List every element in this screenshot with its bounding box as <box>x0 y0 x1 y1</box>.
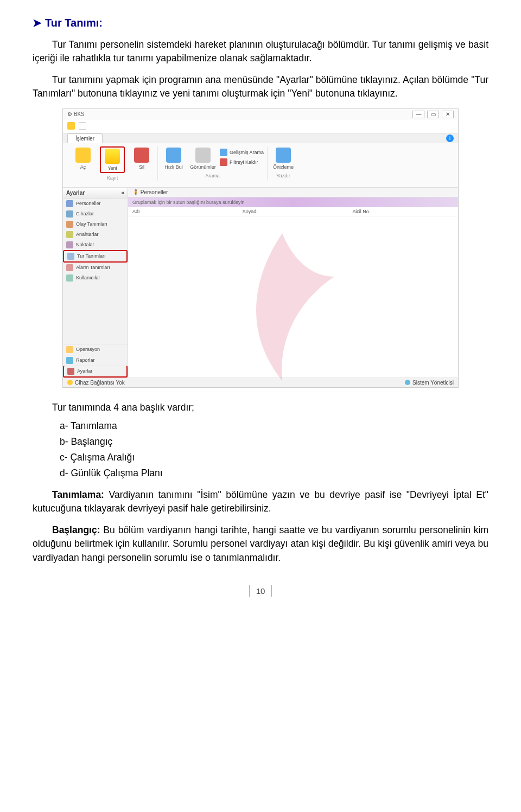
column-headers[interactable]: Adı Soyadı Sicil No. <box>128 207 458 216</box>
status-connection: Cihaz Bağlantısı Yok <box>67 380 125 386</box>
preview-icon <box>276 148 291 163</box>
page-number: 10 <box>33 586 488 596</box>
tour-icon <box>67 253 74 260</box>
tanimlama-paragraph: Tanımlama: Vardiyanın tanımını "İsim" bö… <box>33 488 488 516</box>
window-buttons: — ▭ ✕ <box>411 111 454 118</box>
alarm-icon <box>66 264 73 271</box>
filterclear-icon <box>220 158 227 166</box>
user-icon <box>405 380 410 385</box>
status-user: Sistem Yöneticisi <box>405 380 454 386</box>
person-icon <box>66 200 73 207</box>
info-icon[interactable]: i <box>446 135 454 142</box>
onizleme-button[interactable]: Önizleme <box>271 146 296 171</box>
menubar <box>63 120 458 133</box>
operation-icon <box>66 346 73 353</box>
baslangic-text: Bu bölüm vardiyanın hangi tarihte, hangi… <box>33 525 488 563</box>
window-titlebar: ⚙ BKS — ▭ ✕ <box>63 109 458 120</box>
reports-icon <box>66 357 73 364</box>
sidebar-header: Ayarlar« <box>63 188 128 199</box>
section-heading: ➤Tur Tanımı: <box>33 16 488 29</box>
intro-paragraph-2: Tur tanımını yapmak için programın ana m… <box>33 73 488 101</box>
app-screenshot: ⚙ BKS — ▭ ✕ İşlemler i Aç Yeni <box>62 108 459 388</box>
open-icon <box>75 148 91 163</box>
intro-paragraph-1: Tur Tanımı personelin sistemdeki hareket… <box>33 38 488 66</box>
heading-text: Tur Tanımı: <box>45 17 103 29</box>
sidebar-anahtarlar[interactable]: Anahtarlar <box>63 229 128 240</box>
window-title: ⚙ BKS <box>67 111 85 117</box>
list-item-d: d- Günlük Çalışma Planı <box>60 466 488 481</box>
tab-strip: İşlemler i <box>63 133 458 143</box>
sub-heading: Tur tanımında 4 ana başlık vardır; <box>33 402 488 413</box>
col-adi[interactable]: Adı <box>128 209 238 214</box>
sidebar-personeller[interactable]: Personeller <box>63 199 128 209</box>
arrow-icon: ➤ <box>33 17 42 29</box>
event-icon <box>66 221 73 228</box>
ribbon: Aç Yeni Sil Kayıt Hızlı Bul <box>63 143 458 188</box>
sidebar-ayarlar[interactable]: Ayarlar <box>63 366 128 378</box>
options-list: a- Tanımlama b- Başlangıç c- Çalışma Ara… <box>60 419 488 481</box>
main-panel: 🧍 Personeller Gruplamak için bir sütun b… <box>128 188 458 378</box>
sil-button[interactable]: Sil <box>129 146 154 173</box>
sidebar-cihazlar[interactable]: Cihazlar <box>63 209 128 219</box>
search-icon <box>166 148 181 163</box>
minimize-button[interactable]: — <box>412 111 424 118</box>
groupby-header[interactable]: Gruplamak için bir sütun başlığını buray… <box>128 197 458 207</box>
yeni-button[interactable]: Yeni <box>100 146 125 173</box>
doc-icon[interactable] <box>79 122 86 130</box>
folder-icon[interactable] <box>67 122 75 130</box>
point-icon <box>66 241 73 248</box>
baslangic-label: Başlangıç: <box>52 525 100 535</box>
list-item-c: c- Çalışma Aralığı <box>60 450 488 465</box>
col-sicilno[interactable]: Sicil No. <box>348 209 458 214</box>
filtreyi-kaldir-button[interactable]: Filtreyi Kaldır <box>220 158 264 166</box>
status-bar: Cihaz Bağlantısı Yok Sistem Yöneticisi <box>63 378 458 387</box>
sidebar: Ayarlar« Personeller Cihazlar Olay Tanım… <box>63 188 128 378</box>
users-icon <box>66 274 73 282</box>
close-button[interactable]: ✕ <box>442 111 454 118</box>
sidebar-operasyon[interactable]: Operasyon <box>63 344 128 355</box>
maximize-button[interactable]: ▭ <box>427 111 439 118</box>
main-tab[interactable]: 🧍 Personeller <box>128 188 458 197</box>
key-icon <box>66 231 73 238</box>
gorunumler-button[interactable]: Görünümler <box>190 146 215 171</box>
delete-icon <box>134 148 149 163</box>
sidebar-olay-tanimlari[interactable]: Olay Tanımları <box>63 219 128 229</box>
device-icon <box>66 210 73 218</box>
settings-icon <box>67 368 74 375</box>
sidebar-raporlar[interactable]: Raporlar <box>63 355 128 366</box>
group-label-kayit: Kayıt <box>107 175 118 181</box>
group-label-arama: Arama <box>205 173 220 178</box>
hizlibul-button[interactable]: Hızlı Bul <box>161 146 186 171</box>
list-item-b: b- Başlangıç <box>60 434 488 449</box>
sidebar-alarm-tanimlari[interactable]: Alarm Tanımları <box>63 263 128 273</box>
group-label-yazdir: Yazdır <box>276 173 290 178</box>
baslangic-paragraph: Başlangıç: Bu bölüm vardiyanın hangi tar… <box>33 523 488 565</box>
ac-button[interactable]: Aç <box>71 146 96 173</box>
views-icon <box>195 148 211 163</box>
col-soyadi[interactable]: Soyadı <box>238 209 348 214</box>
sidebar-noktalar[interactable]: Noktalar <box>63 240 128 250</box>
conn-icon <box>67 380 73 385</box>
gelismis-arama-button[interactable]: Gelişmiş Arama <box>220 149 264 156</box>
sidebar-kullanicilar[interactable]: Kullanıcılar <box>63 273 128 283</box>
list-item-a: a- Tanımlama <box>60 419 488 433</box>
tanimlama-label: Tanımlama: <box>52 489 104 500</box>
islemler-tab[interactable]: İşlemler <box>67 133 103 143</box>
sidebar-tur-tanimlari[interactable]: Tur Tanımları <box>63 250 128 263</box>
new-icon <box>105 149 120 164</box>
advsearch-icon <box>220 149 227 156</box>
